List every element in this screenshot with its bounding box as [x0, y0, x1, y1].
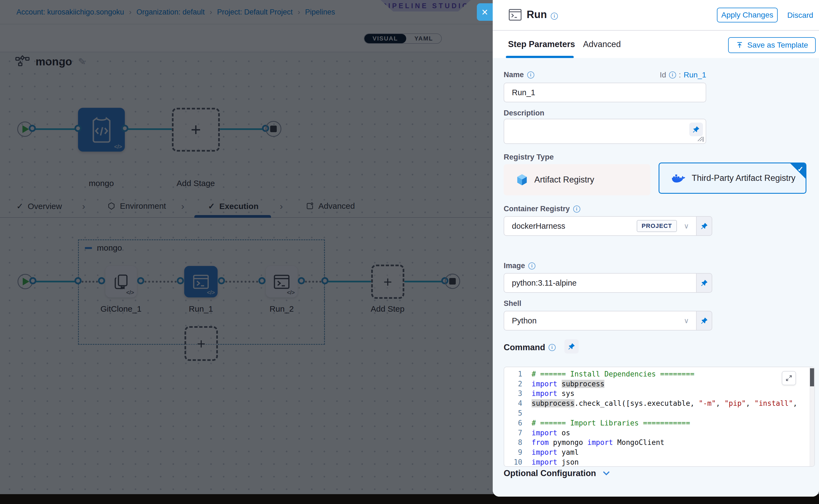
- registry-option-label: Artifact Registry: [534, 175, 594, 185]
- container-registry-pin-button[interactable]: [697, 216, 712, 236]
- command-code-editor[interactable]: 1# ====== Install Dependencies ========2…: [504, 367, 815, 467]
- pin-icon: [701, 279, 708, 287]
- check-icon: ✓: [797, 165, 803, 173]
- panel-title: Run: [527, 9, 547, 21]
- chevron-down-icon[interactable]: ∨: [684, 222, 689, 230]
- container-registry-field[interactable]: dockerHarness PROJECT ∨: [504, 216, 697, 236]
- container-registry-value: dockerHarness: [512, 222, 565, 231]
- shell-label: Shell: [504, 299, 522, 308]
- command-label: Commandi: [504, 343, 556, 352]
- tab-advanced-panel[interactable]: Advanced: [583, 39, 621, 49]
- scrollbar-thumb[interactable]: [810, 368, 814, 386]
- resize-handle[interactable]: [699, 137, 704, 142]
- id-row: Id i : Run_1: [660, 71, 706, 79]
- info-icon[interactable]: i: [528, 262, 536, 270]
- code-line: 4subprocess.check_call([sys.executable, …: [504, 398, 814, 408]
- code-line: 10import json: [504, 457, 814, 467]
- scope-badge: PROJECT: [637, 220, 677, 232]
- shell-pin-button[interactable]: [697, 311, 712, 331]
- registry-option-third-party[interactable]: Third-Party Artifact Registry ✓: [659, 163, 806, 194]
- command-pin-button[interactable]: [565, 339, 579, 354]
- expand-editor-button[interactable]: [782, 371, 796, 385]
- artifact-registry-icon: [516, 173, 528, 186]
- name-label: Namei: [504, 71, 534, 79]
- close-icon: ×: [482, 6, 488, 18]
- optional-configuration-toggle[interactable]: Optional Configuration: [504, 468, 611, 478]
- code-line: 3import sys: [504, 389, 814, 399]
- chevron-down-icon[interactable]: ∨: [684, 317, 689, 325]
- code-line: 8from pymongo import MongoClient: [504, 438, 814, 448]
- code-line: 7import os: [504, 428, 814, 438]
- info-icon[interactable]: i: [669, 71, 676, 79]
- pin-icon: [701, 222, 708, 230]
- image-pin-button[interactable]: [697, 273, 712, 293]
- apply-changes-button[interactable]: Apply Changes: [717, 8, 778, 22]
- shell-value: Python: [512, 316, 537, 325]
- panel-tab-bar: Step Parameters Advanced Save as Templat…: [493, 31, 819, 58]
- registry-type-label: Registry Type: [504, 153, 554, 161]
- container-registry-label: Container Registryi: [504, 205, 580, 213]
- description-textarea[interactable]: [504, 119, 706, 144]
- id-separator: :: [679, 71, 681, 79]
- info-icon[interactable]: i: [527, 71, 534, 79]
- save-as-template-label: Save as Template: [747, 41, 808, 50]
- editor-scrollbar[interactable]: [810, 367, 814, 466]
- info-icon[interactable]: i: [573, 205, 580, 213]
- save-as-template-button[interactable]: Save as Template: [728, 37, 816, 53]
- pin-icon: [692, 126, 700, 133]
- panel-header: Run i Apply Changes Discard: [493, 0, 819, 31]
- docker-icon: [672, 173, 686, 184]
- pipeline-studio-screen: Account: kurosakiichigo.songoku › Organi…: [0, 0, 819, 504]
- code-line: 5: [504, 408, 814, 418]
- step-config-panel: Run i Apply Changes Discard Step Paramet…: [493, 0, 819, 497]
- info-icon[interactable]: i: [549, 344, 556, 351]
- tab-step-parameters[interactable]: Step Parameters: [508, 39, 575, 49]
- close-panel-button[interactable]: ×: [477, 3, 493, 21]
- id-value: Run_1: [684, 71, 706, 79]
- registry-option-artifact[interactable]: Artifact Registry: [504, 164, 650, 195]
- run-step-icon: [508, 8, 522, 21]
- registry-option-label: Third-Party Artifact Registry: [692, 173, 795, 183]
- code-line: 2import subprocess: [504, 379, 814, 389]
- id-label: Id: [660, 71, 666, 79]
- pin-icon: [568, 343, 575, 350]
- name-input[interactable]: [504, 83, 706, 102]
- description-label: Description: [504, 109, 545, 117]
- expand-icon: [785, 375, 792, 382]
- code-lines: 1# ====== Install Dependencies ========2…: [504, 369, 814, 467]
- optional-configuration-label: Optional Configuration: [504, 468, 596, 478]
- code-line: 1# ====== Install Dependencies ========: [504, 369, 814, 379]
- code-line: 6# ====== Import Libraries ===========: [504, 418, 814, 428]
- description-pin-button[interactable]: [689, 123, 703, 136]
- step-parameters-form: Namei Id i : Run_1 Description: [493, 58, 819, 497]
- pin-icon: [701, 317, 708, 325]
- code-line: 9import yaml: [504, 447, 814, 457]
- chevron-down-icon: [602, 470, 611, 477]
- shell-select[interactable]: Python ∨: [504, 311, 697, 331]
- upload-icon: [736, 41, 743, 49]
- image-label: Imagei: [504, 262, 536, 270]
- image-input[interactable]: [504, 273, 697, 293]
- info-icon[interactable]: i: [551, 13, 558, 20]
- discard-button[interactable]: Discard: [787, 11, 813, 20]
